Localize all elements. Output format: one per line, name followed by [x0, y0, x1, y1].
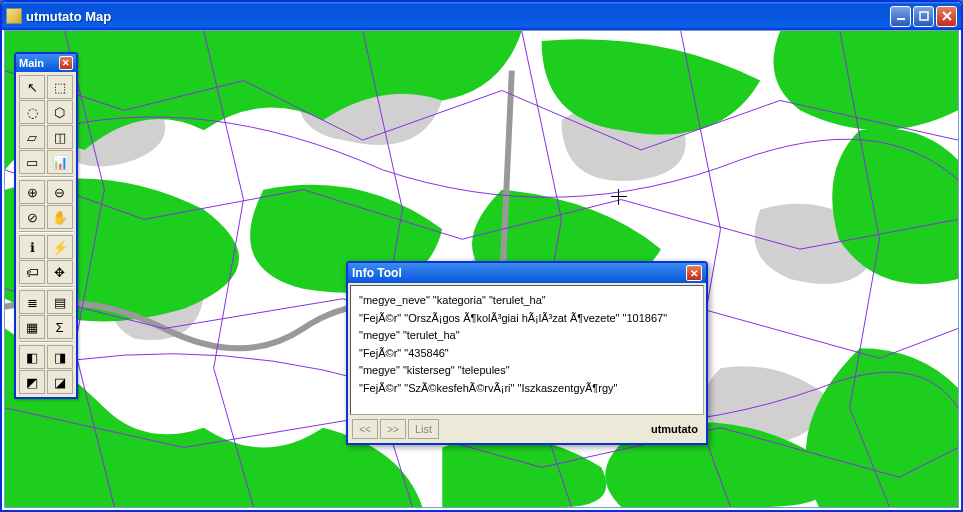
label-icon[interactable]: 🏷 — [19, 260, 45, 284]
toolbox-close-button[interactable]: ✕ — [59, 56, 73, 70]
clip-on-icon[interactable]: ◩ — [19, 370, 45, 394]
info-tool-footer: << >> List utmutato — [348, 417, 706, 443]
maximize-button[interactable] — [913, 6, 934, 27]
statistics-icon[interactable]: ▦ — [19, 315, 45, 339]
set-target-icon[interactable]: ◧ — [19, 345, 45, 369]
legend-icon[interactable]: ▤ — [47, 290, 73, 314]
clip-off-icon[interactable]: ◪ — [47, 370, 73, 394]
toolbar-separator — [19, 176, 73, 178]
info-row: "FejÃ©r" "435846" — [359, 345, 695, 363]
info-tool-body[interactable]: "megye_neve" "kategoria" "terulet_ha""Fe… — [350, 285, 704, 415]
sum-icon[interactable]: Σ — [47, 315, 73, 339]
info-next-button[interactable]: >> — [380, 419, 406, 439]
invert-select-icon[interactable]: ◫ — [47, 125, 73, 149]
toolbar-separator — [19, 341, 73, 343]
info-row: "megye" "terulet_ha" — [359, 327, 695, 345]
toolbox-titlebar[interactable]: Main ✕ — [16, 54, 76, 72]
info-row: "megye_neve" "kategoria" "terulet_ha" — [359, 292, 695, 310]
pan-icon[interactable]: ✋ — [47, 205, 73, 229]
hotlink-icon[interactable]: ⚡ — [47, 235, 73, 259]
zoom-in-icon[interactable]: ⊕ — [19, 180, 45, 204]
zoom-out-icon[interactable]: ⊖ — [47, 180, 73, 204]
info-source-label: utmutato — [651, 423, 702, 435]
info-tool-close-button[interactable]: ✕ — [686, 265, 702, 281]
info-list-button[interactable]: List — [408, 419, 439, 439]
main-toolbox[interactable]: Main ✕ ↖⬚◌⬡▱◫▭📊⊕⊖⊘✋ℹ⚡🏷✥≣▤▦Σ◧◨◩◪ — [14, 52, 78, 399]
toolbar-separator — [19, 286, 73, 288]
polygon-select-icon[interactable]: ▱ — [19, 125, 45, 149]
tool-grid: ↖⬚◌⬡▱◫▭📊⊕⊖⊘✋ℹ⚡🏷✥≣▤▦Σ◧◨◩◪ — [16, 72, 76, 397]
svg-rect-1 — [920, 12, 928, 20]
titlebar[interactable]: utmutato Map — [2, 2, 961, 30]
window-title: utmutato Map — [26, 9, 890, 24]
layer-control-icon[interactable]: ≣ — [19, 290, 45, 314]
info-tool-title: Info Tool — [352, 266, 686, 280]
close-button[interactable] — [936, 6, 957, 27]
minimize-button[interactable] — [890, 6, 911, 27]
info-row: "FejÃ©r" "SzÃ©kesfehÃ©rvÃ¡ri" "Iszkaszen… — [359, 380, 695, 398]
drag-window-icon[interactable]: ✥ — [47, 260, 73, 284]
info-prev-button[interactable]: << — [352, 419, 378, 439]
info-row: "megye" "kisterseg" "telepules" — [359, 362, 695, 380]
boundary-select-icon[interactable]: ⬡ — [47, 100, 73, 124]
pointer-icon[interactable]: ↖ — [19, 75, 45, 99]
info-tool-window[interactable]: Info Tool ✕ "megye_neve" "kategoria" "te… — [346, 261, 708, 445]
svg-rect-0 — [897, 18, 905, 20]
toolbox-title: Main — [19, 57, 59, 69]
unselect-icon[interactable]: ▭ — [19, 150, 45, 174]
change-view-icon[interactable]: ⊘ — [19, 205, 45, 229]
info-tool-icon[interactable]: ℹ — [19, 235, 45, 259]
marquee-icon[interactable]: ⬚ — [47, 75, 73, 99]
toolbar-separator — [19, 231, 73, 233]
graph-select-icon[interactable]: 📊 — [47, 150, 73, 174]
radius-select-icon[interactable]: ◌ — [19, 100, 45, 124]
clip-region-icon[interactable]: ◨ — [47, 345, 73, 369]
info-row: "FejÃ©r" "OrszÃ¡gos Ã¶kolÃ³giai hÃ¡lÃ³za… — [359, 310, 695, 328]
app-icon — [6, 8, 22, 24]
info-tool-titlebar[interactable]: Info Tool ✕ — [348, 263, 706, 283]
